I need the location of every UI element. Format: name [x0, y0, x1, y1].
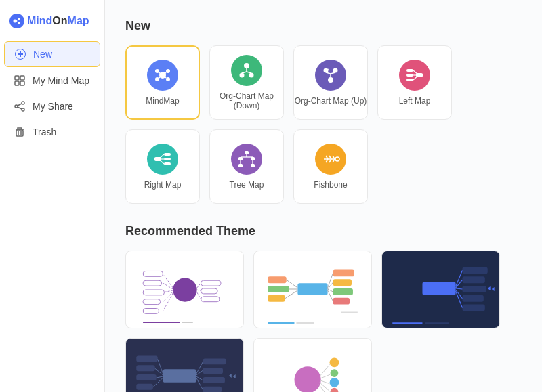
svg-point-148	[294, 366, 320, 392]
sidebar-item-my-share[interactable]: My Share	[4, 94, 100, 118]
svg-point-20	[159, 72, 166, 79]
svg-rect-131	[203, 387, 222, 392]
svg-rect-128	[203, 358, 226, 364]
svg-point-75	[173, 278, 196, 301]
org-up-label: Org-Chart Map (Up)	[295, 96, 367, 106]
svg-rect-86	[143, 309, 159, 314]
template-card-org-up[interactable]: Org-Chart Map (Up)	[293, 45, 368, 120]
grid-icon	[14, 74, 26, 87]
template-card-right-map[interactable]: Right Map	[125, 129, 200, 204]
svg-line-79	[197, 283, 201, 288]
template-card-org-down[interactable]: Org-Chart Map (Down)	[209, 45, 284, 120]
svg-point-23	[166, 69, 170, 73]
svg-point-151	[330, 378, 339, 387]
svg-rect-136	[136, 356, 157, 362]
svg-line-33	[242, 72, 247, 73]
template-card-tree-map[interactable]: Tree Map	[209, 129, 284, 204]
svg-line-88	[163, 283, 173, 289]
svg-line-56	[159, 159, 164, 164]
svg-line-102	[328, 290, 333, 301]
sidebar-item-my-share-label: My Share	[33, 101, 73, 112]
template-grid: MindMap Org-Chart Map (Down)	[125, 45, 522, 204]
svg-line-47	[413, 70, 419, 75]
svg-rect-96	[333, 279, 352, 286]
org-up-icon	[315, 60, 346, 91]
template-card-mindmap[interactable]: MindMap	[125, 45, 200, 120]
svg-line-91	[163, 293, 173, 311]
svg-rect-76	[201, 280, 221, 286]
theme-preview-2	[254, 251, 371, 328]
svg-marker-126	[492, 287, 495, 291]
svg-line-156	[320, 380, 330, 384]
recommended-section-title: Recommended Theme	[125, 224, 522, 238]
sidebar-item-trash[interactable]: Trash	[4, 120, 100, 144]
svg-rect-114	[462, 276, 484, 283]
svg-line-141	[155, 368, 163, 375]
theme-preview-4	[126, 339, 243, 392]
svg-point-13	[15, 105, 18, 108]
svg-point-30	[240, 73, 245, 78]
template-card-fishbone[interactable]: Fishbone	[293, 129, 368, 204]
svg-rect-113	[462, 267, 487, 274]
svg-line-80	[197, 290, 201, 291]
sidebar-item-my-mind-map-label: My Mind Map	[33, 75, 89, 86]
svg-rect-10	[15, 81, 19, 85]
svg-line-54	[159, 154, 164, 159]
theme-card-1[interactable]	[125, 251, 244, 328]
svg-rect-52	[164, 162, 171, 165]
theme-card-3[interactable]	[381, 251, 500, 328]
svg-line-39	[326, 72, 331, 74]
svg-rect-116	[462, 295, 483, 302]
svg-point-12	[22, 102, 24, 104]
new-section-title: New	[125, 19, 522, 33]
svg-rect-82	[143, 271, 163, 276]
theme-preview-3	[382, 251, 499, 328]
svg-line-26	[159, 77, 160, 79]
svg-point-24	[166, 77, 170, 81]
svg-rect-43	[406, 69, 413, 72]
svg-point-74	[335, 157, 339, 161]
svg-rect-59	[251, 157, 255, 160]
sidebar-item-new-label: New	[33, 49, 52, 60]
sidebar-item-my-mind-map[interactable]: My Mind Map	[4, 68, 100, 93]
svg-rect-137	[136, 365, 155, 371]
svg-rect-60	[238, 164, 243, 167]
svg-rect-112	[422, 282, 455, 295]
svg-rect-117	[462, 305, 484, 311]
svg-point-29	[244, 63, 249, 68]
svg-point-152	[331, 388, 339, 392]
svg-line-81	[197, 292, 201, 299]
svg-line-154	[320, 364, 330, 376]
svg-point-150	[331, 369, 339, 377]
right-map-label: Right Map	[144, 180, 182, 190]
svg-rect-103	[268, 276, 287, 283]
theme-card-5[interactable]	[253, 338, 372, 392]
template-card-left-map[interactable]: Left Map	[377, 45, 452, 120]
right-map-icon	[147, 144, 178, 175]
svg-rect-104	[268, 286, 289, 292]
svg-line-49	[413, 75, 419, 80]
svg-rect-58	[238, 157, 243, 160]
svg-line-155	[320, 374, 331, 378]
svg-rect-85	[143, 299, 161, 305]
svg-rect-57	[245, 151, 249, 154]
theme-preview-5	[254, 339, 371, 392]
svg-line-132	[196, 362, 203, 374]
svg-rect-97	[333, 288, 352, 295]
mindmap-label: MindMap	[146, 96, 179, 106]
svg-rect-9	[20, 76, 24, 80]
logo: MindOnMap	[0, 7, 104, 41]
sidebar-item-new[interactable]: New	[4, 41, 100, 67]
svg-marker-146	[229, 374, 232, 378]
svg-rect-11	[20, 81, 24, 85]
svg-point-14	[22, 108, 24, 111]
svg-point-22	[155, 77, 159, 81]
svg-rect-94	[297, 283, 327, 295]
svg-rect-129	[203, 368, 223, 374]
svg-rect-105	[268, 295, 285, 302]
svg-rect-44	[406, 74, 413, 77]
svg-rect-61	[251, 164, 255, 167]
svg-rect-130	[203, 377, 225, 383]
theme-card-2[interactable]	[253, 251, 372, 328]
theme-card-4[interactable]	[125, 338, 244, 392]
